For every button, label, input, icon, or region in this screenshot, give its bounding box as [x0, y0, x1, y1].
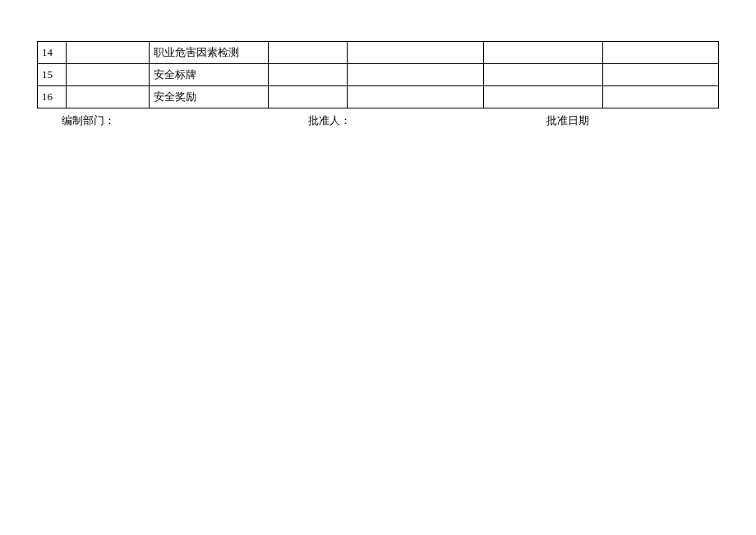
- cell: [67, 64, 149, 86]
- cell-item: 安全标牌: [149, 64, 269, 86]
- table-row: 15 安全标牌: [38, 64, 719, 86]
- cell: [347, 42, 483, 64]
- cell-num: 14: [38, 42, 67, 64]
- cell: [347, 64, 483, 86]
- cell: [483, 86, 603, 108]
- dept-label: 编制部门：: [62, 113, 308, 128]
- cell: [67, 86, 149, 108]
- cell: [483, 64, 603, 86]
- cell: [603, 86, 719, 108]
- cell: [483, 42, 603, 64]
- cell: [67, 42, 149, 64]
- approve-date-label: 批准日期: [546, 113, 589, 128]
- cell-num: 16: [38, 86, 67, 108]
- cell: [269, 42, 347, 64]
- cell: [347, 86, 483, 108]
- cell-num: 15: [38, 64, 67, 86]
- data-table: 14 职业危害因素检测 15 安全标牌 16 安全奖励: [37, 41, 719, 108]
- cell: [269, 86, 347, 108]
- cell: [269, 64, 347, 86]
- footer: 编制部门： 批准人： 批准日期: [37, 113, 719, 128]
- cell-item: 职业危害因素检测: [149, 42, 269, 64]
- table-row: 16 安全奖励: [38, 86, 719, 108]
- cell-item: 安全奖励: [149, 86, 269, 108]
- cell: [603, 64, 719, 86]
- approver-label: 批准人：: [308, 113, 546, 128]
- cell: [603, 42, 719, 64]
- document-container: 14 职业危害因素检测 15 安全标牌 16 安全奖励: [0, 0, 756, 128]
- table-row: 14 职业危害因素检测: [38, 42, 719, 64]
